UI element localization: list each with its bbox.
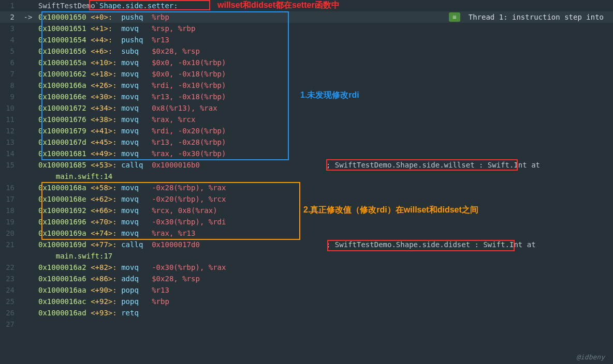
code-content: 0x100001679 <+41>: movq %rdi, -0x20(%rbp…: [38, 125, 613, 136]
code-line-empty: 27: [0, 318, 613, 330]
line-number: 3: [0, 23, 18, 34]
operands: %rdi, -0x10(%rbp): [152, 81, 226, 89]
code-line[interactable]: 190x100001696 <+70>: movq -0x30(%rbp), %…: [0, 216, 613, 228]
line-number: 12: [0, 125, 18, 136]
mnemonic: movq: [121, 218, 139, 226]
address: 0x1000016ad: [38, 309, 86, 317]
code-line[interactable]: 180x100001692 <+66>: movq %rcx, 0x8(%rax…: [0, 205, 613, 216]
offset: <+1>:: [91, 24, 112, 33]
offset: <+58>:: [91, 184, 117, 192]
line-number: 13: [0, 136, 18, 148]
operands: $0x28, %rsp: [152, 47, 200, 55]
operands: %rax, %r13: [152, 229, 195, 237]
code-line[interactable]: 260x1000016ad <+93>: retq: [0, 307, 613, 318]
code-line[interactable]: 160x10000168a <+58>: movq -0x28(%rbp), %…: [0, 182, 613, 193]
code-content: 0x1000016ad <+93>: retq: [38, 307, 613, 318]
code-line[interactable]: 60x10000165a <+10>: movq $0x0, -0x10(%rb…: [0, 57, 613, 68]
line-number: 17: [0, 193, 18, 205]
address: 0x100001672: [38, 104, 86, 112]
line-number: 2: [0, 11, 18, 23]
code-line[interactable]: 90x10000166e <+30>: movq %r13, -0x18(%rb…: [0, 91, 613, 102]
mnemonic: pushq: [121, 13, 143, 21]
code-line[interactable]: 110x100001676 <+38>: movq %rax, %rcx: [0, 114, 613, 125]
line-number: 4: [0, 34, 18, 46]
line-number: 20: [0, 228, 18, 239]
offset: <+6>:: [91, 47, 112, 55]
address: 0x100001651: [38, 24, 86, 33]
code-content: 0x10000166e <+30>: movq %r13, -0x18(%rbp…: [38, 91, 613, 102]
offset: <+49>:: [91, 149, 117, 158]
address: 0x100001681: [38, 149, 86, 158]
code-line[interactable]: 100x100001672 <+34>: movq 0x8(%r13), %ra…: [0, 102, 613, 114]
code-line[interactable]: 140x100001681 <+49>: movq %rax, -0x30(%r…: [0, 148, 613, 159]
code-line[interactable]: 230x1000016a6 <+86>: addq $0x28, %rsp: [0, 273, 613, 284]
address: 0x10000166a: [38, 81, 86, 89]
line-number: 9: [0, 91, 18, 102]
code-line[interactable]: 200x10000169a <+74>: movq %rax, %r13: [0, 228, 613, 239]
code-line[interactable]: 80x10000166a <+26>: movq %rdi, -0x10(%rb…: [0, 80, 613, 91]
mnemonic: callq: [121, 240, 143, 249]
address: 0x1000016ac: [38, 297, 86, 306]
line-number: 22: [0, 262, 18, 273]
mnemonic: movq: [121, 24, 139, 33]
address: 0x100001696: [38, 218, 86, 226]
operands: $0x0, -0x10(%rbp): [152, 58, 226, 67]
line-number: 11: [0, 114, 18, 125]
code-content: 0x10000169a <+74>: movq %rax, %r13: [38, 228, 613, 239]
code-content: 0x100001692 <+66>: movq %rcx, 0x8(%rax): [38, 205, 613, 216]
code-line-call-didset[interactable]: 21 0x10000169d <+77>: callq 0x1000017d0;…: [0, 239, 613, 250]
offset: <+77>:: [91, 240, 117, 249]
code-line[interactable]: 240x1000016aa <+90>: popq %r13: [0, 284, 613, 296]
mnemonic: movq: [121, 149, 139, 158]
operands: %r13: [152, 286, 169, 294]
code-line[interactable]: 50x100001656 <+6>: subq $0x28, %rsp: [0, 46, 613, 57]
line-number: 27: [0, 318, 18, 330]
code-line[interactable]: 30x100001651 <+1>: movq %rsp, %rbp: [0, 23, 613, 34]
operands: %rbp: [152, 297, 169, 306]
offset: <+26>:: [91, 81, 117, 89]
mnemonic: movq: [121, 104, 139, 112]
code-line[interactable]: 40x100001654 <+4>: pushq %r13: [0, 34, 613, 46]
code-line-continuation: main.swift:14: [0, 171, 613, 182]
address: 0x10000166e: [38, 93, 86, 101]
mnemonic: movq: [121, 263, 139, 271]
offset: <+93>:: [91, 309, 117, 317]
line-number: 24: [0, 284, 18, 296]
operands: %rsp, %rbp: [152, 24, 195, 33]
offset: <+92>:: [91, 297, 117, 306]
address: 0x100001662: [38, 70, 86, 78]
code-content: 0x100001676 <+38>: movq %rax, %rcx: [38, 114, 613, 125]
mnemonic: movq: [121, 93, 139, 101]
operands: -0x28(%rbp), %rax: [152, 184, 226, 192]
code-content: 0x10000169d <+77>: callq 0x1000017d0; Sw…: [38, 239, 613, 250]
thread-badge[interactable]: ≡ Thread 1: instruction step into: [449, 11, 609, 23]
address: 0x100001679: [38, 127, 86, 135]
code-content: 0x1000016aa <+90>: popq %r13: [38, 284, 613, 296]
mnemonic: addq: [121, 275, 139, 283]
code-line-call-willset[interactable]: 15 0x100001685 <+53>: callq 0x1000016b0;…: [0, 159, 613, 171]
mnemonic: movq: [121, 206, 139, 215]
offset: <+90>:: [91, 286, 117, 294]
code-line-current[interactable]: 2 -> 0x100001650 <+0>: pushq %rbp ≡ Thre…: [0, 11, 613, 23]
address: 0x10000165a: [38, 58, 86, 67]
offset: <+10>:: [91, 58, 117, 67]
code-line[interactable]: 250x1000016ac <+92>: popq %rbp: [0, 296, 613, 307]
mnemonic: movq: [121, 127, 139, 135]
line-number: 21: [0, 239, 18, 250]
operands: 0x8(%r13), %rax: [152, 104, 217, 112]
offset: <+18>:: [91, 70, 117, 78]
code-line[interactable]: 170x10000168e <+62>: movq -0x20(%rbp), %…: [0, 193, 613, 205]
offset: <+0>:: [91, 13, 112, 21]
source-location: main.swift:17: [56, 252, 113, 260]
address: 0x1000016aa: [38, 286, 86, 294]
operands: 0x1000016b0: [152, 161, 200, 169]
code-line[interactable]: 130x10000167d <+45>: movq %r13, -0x28(%r…: [0, 136, 613, 148]
hamburger-icon[interactable]: ≡: [449, 12, 460, 22]
code-line[interactable]: 70x100001662 <+18>: movq $0x0, -0x18(%rb…: [0, 68, 613, 80]
code-content: 0x10000168e <+62>: movq -0x20(%rbp), %rc…: [38, 193, 613, 205]
code-line[interactable]: 220x1000016a2 <+82>: movq -0x30(%rbp), %…: [0, 262, 613, 273]
offset: <+53>:: [91, 161, 117, 169]
mnemonic: movq: [121, 195, 139, 203]
operands: %r13, -0x18(%rbp): [152, 93, 226, 101]
code-line[interactable]: 120x100001679 <+41>: movq %rdi, -0x20(%r…: [0, 125, 613, 136]
